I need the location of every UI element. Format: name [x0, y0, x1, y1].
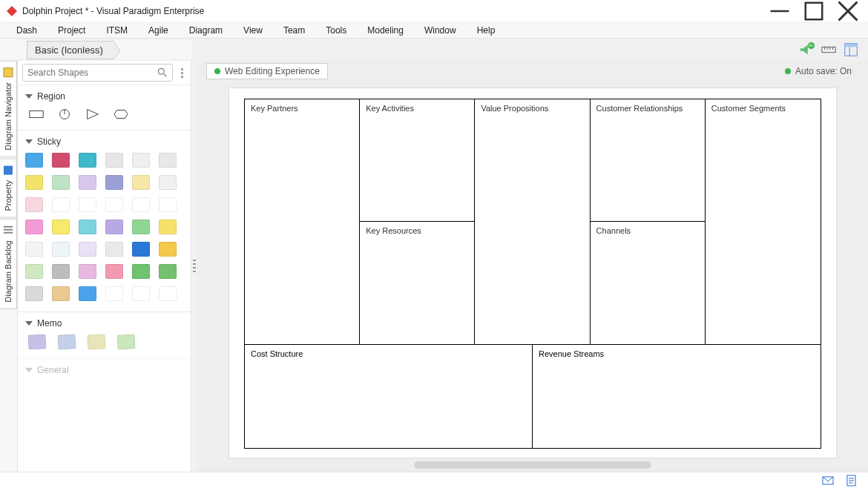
menu-agile[interactable]: Agile	[138, 24, 179, 37]
diagram-paper[interactable]: Key Partners Key Activities Key Resource…	[228, 88, 837, 458]
sticky-shape[interactable]	[25, 175, 43, 190]
sticky-shape[interactable]	[105, 264, 123, 279]
sticky-shape[interactable]	[79, 286, 96, 301]
cell-key-partners[interactable]: Key Partners	[245, 99, 360, 344]
sticky-shape[interactable]	[159, 286, 177, 301]
close-button[interactable]	[831, 0, 865, 22]
menu-view[interactable]: View	[233, 24, 273, 37]
sticky-shape[interactable]	[25, 220, 43, 234]
cell-revenue-streams[interactable]: Revenue Streams	[533, 345, 821, 448]
sticky-shape[interactable]	[105, 175, 123, 190]
search-input[interactable]	[27, 67, 157, 78]
status-web-editing[interactable]: Web Editing Experience	[206, 63, 328, 79]
breadcrumb-current[interactable]: Basic (Iconless)	[27, 41, 114, 59]
sticky-shape[interactable]	[79, 175, 96, 190]
cell-cost-structure[interactable]: Cost Structure	[245, 345, 533, 448]
sticky-shape[interactable]	[105, 197, 123, 212]
menu-window[interactable]: Window	[414, 24, 467, 37]
rect-shape[interactable]	[28, 108, 45, 121]
sticky-shape[interactable]	[52, 220, 70, 234]
shapes-sidebar: Region Sticky Memo	[18, 61, 191, 472]
cell-channels[interactable]: Channels	[591, 222, 705, 344]
sidebar-resize-grip[interactable]	[191, 61, 197, 472]
sticky-shape[interactable]	[52, 264, 70, 279]
minimize-button[interactable]	[763, 0, 797, 22]
horizontal-scrollbar[interactable]	[414, 461, 651, 469]
sticky-shape[interactable]	[52, 153, 70, 168]
menu-team[interactable]: Team	[273, 24, 315, 37]
sticky-shape[interactable]	[52, 175, 70, 190]
canvas-scroll[interactable]: Key Partners Key Activities Key Resource…	[197, 82, 868, 472]
menu-diagram[interactable]: Diagram	[179, 24, 233, 37]
sticky-shape[interactable]	[105, 220, 123, 234]
section-label: Region	[37, 91, 65, 102]
sticky-shape[interactable]	[132, 175, 150, 190]
menu-modeling[interactable]: Modeling	[357, 24, 414, 37]
sticky-shape[interactable]	[105, 242, 123, 257]
sticky-shape[interactable]	[25, 242, 43, 257]
sticky-shape[interactable]	[105, 153, 123, 168]
layout-icon[interactable]	[843, 42, 859, 58]
sticky-shape[interactable]	[132, 286, 150, 301]
cell-label: Revenue Streams	[539, 349, 604, 358]
section-head-general[interactable]: General	[25, 365, 183, 375]
sticky-shape[interactable]	[79, 220, 96, 234]
sticky-shape[interactable]	[132, 242, 150, 257]
cell-key-resources[interactable]: Key Resources	[360, 222, 474, 344]
rail-tab-property[interactable]: Property	[0, 159, 17, 218]
mail-icon[interactable]	[822, 475, 834, 487]
menu-itsm[interactable]: ITSM	[96, 24, 138, 37]
menu-tools[interactable]: Tools	[315, 24, 357, 37]
menu-help[interactable]: Help	[467, 24, 506, 37]
sticky-shape[interactable]	[79, 153, 96, 168]
svg-marker-26	[114, 111, 128, 119]
memo-shape[interactable]	[116, 334, 135, 349]
sticky-shape[interactable]	[25, 264, 43, 279]
circle-shape[interactable]	[56, 108, 73, 121]
sticky-shape[interactable]	[132, 220, 150, 234]
sticky-shape[interactable]	[159, 197, 177, 212]
sticky-shape[interactable]	[25, 197, 43, 212]
sticky-shape[interactable]	[52, 197, 70, 212]
sticky-shape[interactable]	[105, 286, 123, 301]
triangle-shape[interactable]	[85, 108, 101, 121]
sticky-shape[interactable]	[159, 175, 177, 190]
backlog-icon	[3, 225, 13, 236]
section-head-region[interactable]: Region	[25, 91, 183, 102]
note-icon[interactable]	[846, 475, 858, 487]
memo-shape[interactable]	[27, 334, 46, 349]
maximize-button[interactable]	[797, 0, 831, 22]
rail-tab-diagram-navigator[interactable]: Diagram Navigator	[0, 61, 17, 157]
ruler-icon[interactable]	[821, 42, 837, 58]
sticky-shape[interactable]	[52, 242, 70, 257]
sticky-shape[interactable]	[159, 264, 177, 279]
memo-shape[interactable]	[87, 334, 105, 349]
memo-shape[interactable]	[57, 334, 76, 349]
section-head-memo[interactable]: Memo	[25, 318, 183, 329]
rail-tab-diagram-backlog[interactable]: Diagram Backlog	[0, 219, 17, 309]
hexagon-shape[interactable]	[113, 108, 129, 121]
sticky-shape[interactable]	[25, 286, 43, 301]
cell-customer-relationships[interactable]: Customer Relationships	[591, 99, 705, 222]
sticky-shape[interactable]	[159, 220, 177, 234]
more-menu-icon[interactable]	[177, 68, 186, 78]
menu-project[interactable]: Project	[47, 24, 96, 37]
sticky-shape[interactable]	[79, 242, 96, 257]
status-autosave[interactable]: Auto save: On	[777, 64, 859, 79]
search-box[interactable]	[22, 64, 173, 82]
cell-key-activities[interactable]: Key Activities	[360, 99, 474, 222]
sticky-shape[interactable]	[79, 197, 96, 212]
sticky-shape[interactable]	[159, 153, 177, 168]
sticky-shape[interactable]	[79, 264, 96, 279]
sticky-shape[interactable]	[25, 153, 43, 168]
cell-value-propositions[interactable]: Value Propositions	[475, 99, 590, 344]
sticky-shape[interactable]	[132, 264, 150, 279]
menu-dash[interactable]: Dash	[6, 24, 47, 37]
section-head-sticky[interactable]: Sticky	[25, 136, 183, 147]
sticky-shape[interactable]	[132, 153, 150, 168]
sticky-shape[interactable]	[159, 242, 177, 257]
announce-icon[interactable]: 9+	[798, 42, 815, 58]
sticky-shape[interactable]	[132, 197, 150, 212]
sticky-shape[interactable]	[52, 286, 70, 301]
cell-customer-segments[interactable]: Customer Segments	[706, 99, 821, 344]
